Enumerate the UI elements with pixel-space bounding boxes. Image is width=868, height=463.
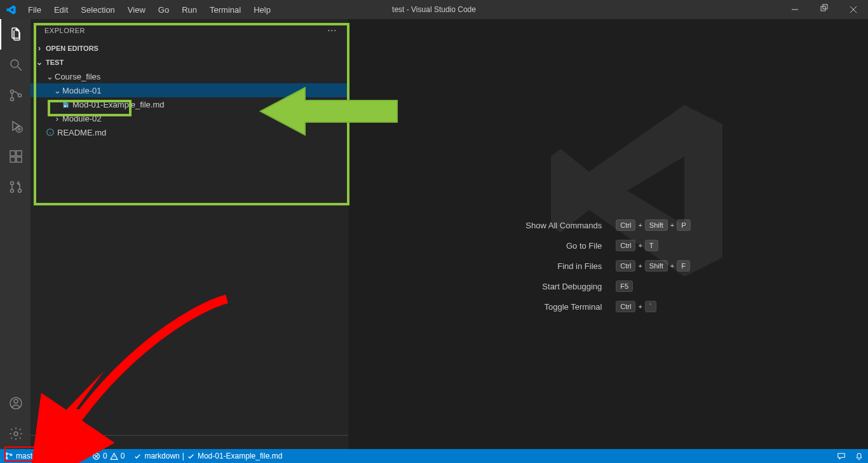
menu-help[interactable]: Help <box>248 3 276 17</box>
chevron-right-icon <box>52 114 62 123</box>
menu-selection[interactable]: Selection <box>75 3 120 17</box>
timeline-section[interactable]: TIMELINE <box>31 435 348 449</box>
explorer-title: EXPLORER <box>44 27 85 34</box>
svg-point-18 <box>11 190 14 193</box>
svg-point-5 <box>11 60 18 67</box>
file-tree: Course_files Module-01 Mod-01-Example_fi… <box>31 69 348 139</box>
file-label: README.md <box>57 128 106 137</box>
svg-rect-14 <box>10 157 15 162</box>
svg-point-17 <box>11 182 14 185</box>
timeline-label: TIMELINE <box>37 439 69 446</box>
language-label: markdown <box>144 452 179 460</box>
key-hint: ` <box>645 301 656 312</box>
svg-rect-15 <box>17 157 22 162</box>
status-notifications[interactable] <box>850 452 868 460</box>
open-editors-section[interactable]: OPEN EDITORS <box>31 41 348 55</box>
activity-settings[interactable] <box>0 418 31 449</box>
svg-point-7 <box>11 90 14 93</box>
explorer-more-icon[interactable]: ··· <box>327 25 337 36</box>
menu-view[interactable]: View <box>122 3 151 17</box>
menu-edit[interactable]: Edit <box>48 3 74 17</box>
activity-explorer[interactable] <box>0 19 31 50</box>
svg-point-27 <box>6 457 8 459</box>
tree-file-readme[interactable]: README.md <box>31 125 348 139</box>
chevron-right-icon <box>34 44 44 53</box>
status-problems[interactable]: 0 0 <box>88 449 129 463</box>
folder-label: Module-02 <box>62 114 101 123</box>
welcome-row-label: Toggle Terminal <box>519 297 608 316</box>
activity-search[interactable] <box>0 50 31 80</box>
vscode-watermark-icon <box>541 95 732 286</box>
file-label: Mod-01-Example_file.md <box>72 100 165 109</box>
activity-bar <box>0 19 31 449</box>
menu-terminal[interactable]: Terminal <box>204 3 247 17</box>
markdown-file-icon <box>60 100 71 109</box>
folder-label: Module-01 <box>62 86 101 95</box>
svg-line-6 <box>18 67 22 71</box>
menu-bar: File Edit Selection View Go Run Terminal… <box>22 3 276 17</box>
warning-count: 0 <box>121 452 125 460</box>
status-feedback[interactable] <box>832 452 850 460</box>
open-editors-label: OPEN EDITORS <box>46 45 98 52</box>
window-title: test - Visual Studio Code <box>392 5 476 14</box>
menu-run[interactable]: Run <box>176 3 203 17</box>
editor-area: Show All Commands Ctrl+Shift+P Go to Fil… <box>348 19 868 449</box>
svg-point-8 <box>11 98 14 101</box>
tree-folder-module-02[interactable]: Module-02 <box>31 111 348 125</box>
vscode-logo <box>0 0 22 19</box>
activity-source-control[interactable] <box>0 80 31 111</box>
explorer-sidebar: EXPLORER ··· OPEN EDITORS TEST Course_fi… <box>31 19 348 449</box>
workspace-section[interactable]: TEST <box>31 55 348 69</box>
activity-accounts[interactable] <box>0 388 31 418</box>
status-bar: master 0↓ 1↑ 0 0 markdown | Mod-01-Examp… <box>0 449 868 463</box>
minimize-button[interactable] <box>780 0 810 19</box>
activity-extensions[interactable] <box>0 141 31 172</box>
svg-point-21 <box>14 399 18 403</box>
activity-run-debug[interactable] <box>0 111 31 141</box>
active-file-label: Mod-01-Example_file.md <box>198 452 282 460</box>
folder-label: Course_files <box>55 72 100 81</box>
menu-go[interactable]: Go <box>153 3 175 17</box>
close-button[interactable] <box>839 0 868 19</box>
status-sync[interactable]: 0↓ 1↑ <box>44 449 88 463</box>
maximize-button[interactable] <box>810 0 839 19</box>
window-controls <box>780 0 868 19</box>
tree-file-mod-01-example[interactable]: Mod-01-Example_file.md <box>31 97 348 111</box>
error-count: 0 <box>103 452 107 460</box>
branch-name: master <box>16 452 39 460</box>
activity-github-pr[interactable] <box>0 172 31 202</box>
key-hint: Ctrl <box>616 301 635 312</box>
status-language[interactable]: markdown | Mod-01-Example_file.md <box>129 449 287 463</box>
sync-up: 1 <box>72 452 77 460</box>
sync-down: 0 <box>60 452 64 460</box>
chevron-down-icon <box>52 86 62 95</box>
chevron-down-icon <box>34 58 44 67</box>
svg-point-26 <box>6 453 8 455</box>
tree-folder-module-01[interactable]: Module-01 <box>31 83 348 97</box>
workspace-label: TEST <box>46 59 64 66</box>
svg-rect-16 <box>17 151 22 156</box>
status-branch[interactable]: master <box>0 449 44 463</box>
svg-point-19 <box>18 190 22 193</box>
info-file-icon <box>44 128 56 137</box>
title-bar: File Edit Selection View Go Run Terminal… <box>0 0 868 19</box>
menu-file[interactable]: File <box>22 3 47 17</box>
svg-rect-13 <box>10 151 15 156</box>
svg-point-22 <box>14 432 18 436</box>
chevron-down-icon <box>44 72 55 81</box>
tree-folder-course-files[interactable]: Course_files <box>31 69 348 83</box>
